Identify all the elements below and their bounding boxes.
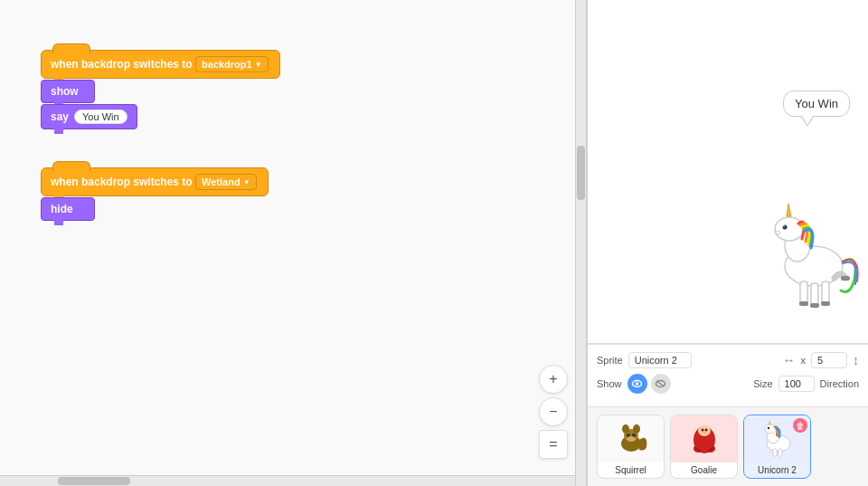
hide-block[interactable]: hide — [41, 197, 95, 221]
code-hscrollbar-thumb[interactable] — [58, 477, 130, 485]
svg-point-11 — [783, 225, 788, 230]
size-input[interactable] — [778, 376, 815, 392]
svg-point-24 — [627, 436, 636, 442]
show-label: Show — [597, 378, 622, 389]
direction-label: Direction — [820, 378, 859, 389]
show-block-label: show — [51, 85, 79, 98]
svg-rect-6 — [822, 281, 829, 304]
speech-bubble-text: You Win — [795, 97, 838, 110]
x-label: x — [801, 355, 807, 366]
svg-point-20 — [622, 424, 629, 434]
svg-rect-10 — [841, 276, 850, 281]
svg-rect-4 — [800, 281, 807, 304]
svg-point-40 — [767, 427, 769, 429]
hat-block-2-dropdown[interactable]: Wetland — [195, 174, 257, 190]
unicorn2-name: Unicorn 2 — [744, 462, 810, 478]
zoom-out-button[interactable]: − — [539, 397, 568, 426]
goalie-image — [671, 415, 737, 462]
svg-point-12 — [783, 225, 785, 227]
unicorn-sprite — [755, 189, 854, 307]
y-arrows-icon: ↕ — [853, 353, 859, 367]
svg-point-2 — [775, 217, 804, 241]
x-arrows-icon: ↔ — [783, 353, 796, 367]
goalie-name: Goalie — [671, 462, 737, 478]
svg-point-15 — [636, 382, 639, 386]
svg-point-33 — [703, 432, 706, 434]
delete-unicorn2-button[interactable]: 🗑 — [793, 418, 807, 433]
squirrel-name: Squirrel — [598, 462, 664, 478]
code-hscrollbar[interactable] — [0, 475, 575, 486]
svg-rect-7 — [799, 301, 808, 306]
block-group-1: when backdrop switches to backdrop1 show… — [41, 50, 280, 129]
show-block[interactable]: show — [41, 80, 95, 103]
zoom-in-button[interactable]: + — [539, 365, 568, 394]
svg-rect-38 — [773, 449, 777, 456]
hat-block-2[interactable]: when backdrop switches to Wetland — [41, 167, 269, 196]
hat-block-1-label: when backdrop switches to — [51, 58, 193, 71]
hide-button[interactable] — [651, 374, 671, 394]
speech-bubble: You Win — [783, 91, 850, 117]
code-editor: when backdrop switches to backdrop1 show… — [0, 0, 588, 486]
say-block-label: say — [51, 110, 69, 123]
sprite-props: Sprite ↔ x ↕ Show Size Direction — [588, 344, 868, 407]
svg-point-31 — [701, 429, 703, 432]
squirrel-image — [598, 415, 664, 462]
svg-rect-5 — [811, 283, 818, 306]
sprite-card-unicorn2[interactable]: 🗑 Unicorn 2 — [743, 415, 811, 479]
svg-marker-37 — [769, 420, 771, 424]
sprite-label: Sprite — [597, 355, 623, 366]
say-block[interactable]: say You Win — [41, 104, 137, 129]
hide-block-label: hide — [51, 203, 73, 215]
svg-rect-9 — [821, 301, 830, 306]
svg-point-32 — [704, 429, 707, 432]
svg-rect-39 — [778, 449, 782, 456]
stage: You Win — [588, 0, 868, 344]
hat-block-1-dropdown[interactable]: backdrop1 — [195, 56, 269, 72]
hat-block-2-label: when backdrop switches to — [51, 176, 193, 188]
sprite-list: Squirrel Goalie 🗑 — [588, 407, 868, 486]
svg-point-21 — [633, 424, 640, 434]
zoom-center-button[interactable]: = — [539, 430, 568, 459]
code-scrollbar[interactable] — [575, 0, 586, 486]
zoom-controls: + − = — [539, 365, 568, 459]
show-button[interactable] — [627, 374, 647, 394]
svg-point-36 — [765, 424, 776, 434]
x-value-input[interactable] — [811, 352, 847, 368]
svg-point-30 — [698, 425, 711, 436]
hat-block-1[interactable]: when backdrop switches to backdrop1 — [41, 50, 280, 79]
say-block-input[interactable]: You Win — [74, 110, 127, 124]
right-panel: You Win — [588, 0, 868, 486]
sprite-name-input[interactable] — [628, 352, 692, 368]
sprite-card-goalie[interactable]: Goalie — [670, 415, 738, 479]
block-group-2: when backdrop switches to Wetland hide — [41, 167, 269, 221]
sprite-card-squirrel[interactable]: Squirrel — [597, 415, 665, 479]
svg-marker-3 — [787, 204, 791, 216]
size-label: Size — [753, 378, 772, 389]
code-scrollbar-thumb[interactable] — [577, 146, 585, 200]
svg-rect-8 — [810, 303, 819, 308]
